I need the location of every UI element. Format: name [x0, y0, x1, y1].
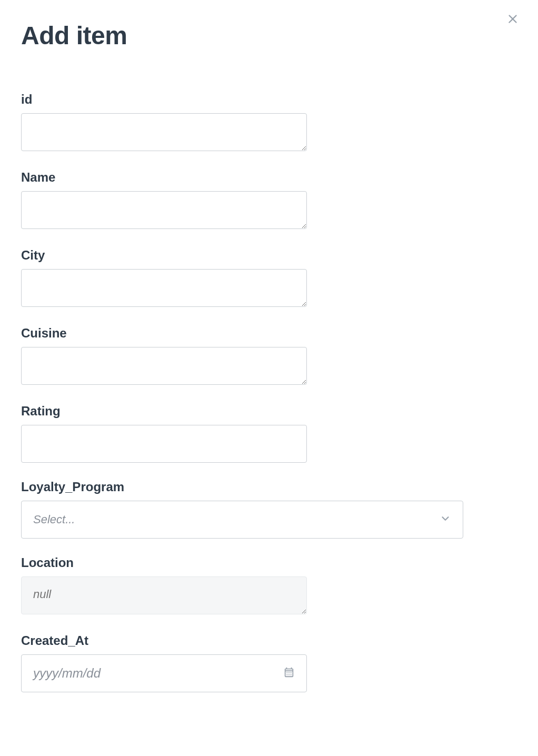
field-group-name: Name	[21, 170, 517, 231]
created-at-placeholder: yyyy/mm/dd	[33, 666, 101, 681]
chevron-down-icon	[440, 513, 451, 526]
close-button[interactable]	[503, 11, 522, 29]
rating-label: Rating	[21, 404, 517, 419]
name-input[interactable]	[21, 191, 307, 229]
field-group-created-at: Created_At yyyy/mm/dd	[21, 633, 517, 692]
loyalty-program-select[interactable]: Select...	[21, 501, 463, 539]
id-input[interactable]	[21, 113, 307, 151]
field-group-rating: Rating	[21, 404, 517, 463]
calendar-icon	[283, 667, 295, 680]
field-group-loyalty-program: Loyalty_Program Select...	[21, 480, 517, 539]
location-label: Location	[21, 555, 517, 570]
location-input[interactable]	[21, 576, 307, 614]
rating-input[interactable]	[21, 425, 307, 463]
field-group-city: City	[21, 248, 517, 309]
modal-title: Add item	[21, 21, 517, 50]
cuisine-label: Cuisine	[21, 326, 517, 341]
field-group-cuisine: Cuisine	[21, 326, 517, 387]
field-group-id: id	[21, 92, 517, 153]
city-input[interactable]	[21, 269, 307, 307]
name-label: Name	[21, 170, 517, 185]
close-icon	[505, 12, 520, 28]
city-label: City	[21, 248, 517, 263]
cuisine-input[interactable]	[21, 347, 307, 385]
created-at-label: Created_At	[21, 633, 517, 648]
id-label: id	[21, 92, 517, 107]
created-at-input[interactable]: yyyy/mm/dd	[21, 654, 307, 692]
loyalty-program-placeholder: Select...	[33, 513, 75, 526]
field-group-location: Location	[21, 555, 517, 616]
loyalty-program-label: Loyalty_Program	[21, 480, 517, 494]
